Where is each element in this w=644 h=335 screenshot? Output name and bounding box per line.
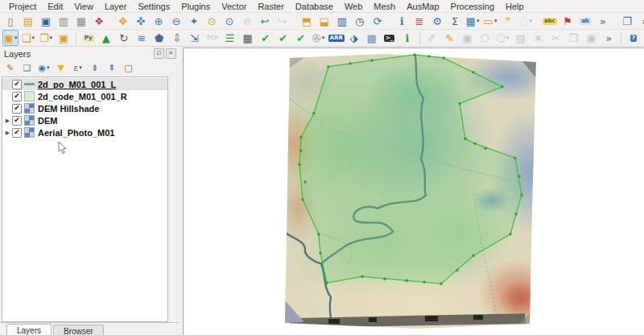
menu-database[interactable]: Database	[290, 1, 339, 12]
vertex-tool-dropdown[interactable]: ▾	[506, 35, 510, 41]
pin-labels-button[interactable]: ⚑	[559, 13, 576, 29]
zoom-last-button[interactable]: ↩	[257, 13, 273, 29]
expand-arrow-icon[interactable]: ▶	[4, 118, 11, 124]
menu-edit[interactable]: Edit	[42, 1, 68, 12]
select-by-form-button[interactable]: ▣	[56, 30, 72, 46]
refresh-map-button[interactable]: ⟳	[369, 13, 386, 29]
layer-row-aerial-photo-m01[interactable]: ▶✔Aerial_Photo_M01	[2, 126, 167, 139]
tab-layers[interactable]: Layers	[6, 324, 52, 335]
snapping-options-dropdown[interactable]: ▾	[322, 35, 325, 41]
menu-project[interactable]: Project	[3, 1, 42, 12]
map-tips-button[interactable]: ❞	[500, 13, 516, 29]
processing-toolbox-button[interactable]: ⚙	[429, 13, 445, 29]
check-single-button[interactable]: ✔	[293, 30, 309, 46]
menu-mesh[interactable]: Mesh	[368, 1, 401, 12]
open-layer-styling-button[interactable]: ✎	[2, 60, 18, 76]
panel-float-button[interactable]: ⊡	[154, 48, 164, 59]
flow-tool-button[interactable]: ⬗	[346, 30, 362, 46]
raster-image-tool-button[interactable]: ▦	[240, 30, 256, 46]
menu-processing[interactable]: Processing	[445, 1, 500, 12]
help-button[interactable]: ?	[625, 30, 642, 46]
layer-visibility-checkbox[interactable]: ✔	[12, 104, 22, 114]
menu-layer[interactable]: Layer	[99, 1, 133, 12]
move-label-button[interactable]: ab	[577, 13, 593, 29]
filter-by-expression-dropdown[interactable]: ▾	[79, 64, 82, 71]
menu-plugins[interactable]: Plugins	[175, 1, 216, 12]
zoom-full-button[interactable]: ✦	[186, 13, 202, 29]
reload-features-button[interactable]: ⇲	[187, 30, 203, 46]
manage-map-themes-button[interactable]: ◉▾	[36, 60, 52, 76]
filter-by-expression-button[interactable]: ε▾	[70, 60, 85, 76]
open-project-button[interactable]: ▤	[20, 13, 36, 29]
metadata-info-button[interactable]: ℹ	[399, 30, 415, 46]
layer-visibility-checkbox[interactable]: ✔	[12, 128, 22, 138]
menu-vector[interactable]: Vector	[216, 1, 252, 12]
add-group-button[interactable]: ❏	[19, 60, 35, 76]
layer-visibility-checkbox[interactable]: ✔	[12, 92, 22, 101]
locator-search-dropdown[interactable]: ▾	[529, 18, 532, 24]
select-features-dropdown[interactable]: ▾	[14, 35, 18, 41]
layout-manager-button[interactable]: ▦	[73, 13, 89, 29]
layer-row-dem-hillshade[interactable]: ✔DEM Hillshade	[2, 102, 167, 114]
select-by-expression-button[interactable]: ❏▾	[20, 30, 36, 46]
menu-settings[interactable]: Settings	[132, 1, 175, 12]
layer-row-dem[interactable]: ▶✔DEM	[2, 114, 167, 126]
identify-features-button[interactable]: ℹ	[394, 13, 410, 29]
check-digitizing-button[interactable]: ✔	[258, 30, 274, 46]
menu-view[interactable]: View	[68, 1, 99, 12]
layers-plugin-button[interactable]: ❐	[619, 13, 635, 29]
new-bookmark-button[interactable]: ⬒	[299, 13, 315, 29]
show-bookmarks-button[interactable]: ⬓	[316, 13, 332, 29]
snapping-options-button[interactable]: ✇▾	[311, 30, 327, 46]
toolbar-overflow-1-button[interactable]: »	[595, 13, 611, 29]
python-console-button[interactable]: Py	[80, 30, 97, 46]
filter-legend-button[interactable]: ▼	[53, 60, 68, 76]
tab-browser[interactable]: Browser	[53, 325, 104, 335]
pan-map-button[interactable]: ✥	[115, 13, 131, 29]
menu-raster[interactable]: Raster	[252, 1, 289, 12]
zoom-to-layer-button[interactable]: ⊙	[221, 13, 237, 29]
deselect-features-dropdown[interactable]: ▾	[50, 35, 53, 41]
hydrology-tool-button[interactable]: ≋	[134, 30, 150, 46]
save-project-button[interactable]: ▣	[38, 13, 54, 29]
temporal-controller-button[interactable]: ◷	[352, 13, 368, 29]
download-features-button[interactable]: ⇩	[169, 30, 185, 46]
layer-visibility-checkbox[interactable]: ✔	[12, 80, 22, 89]
toolbar-overflow-3-button[interactable]: »	[601, 30, 617, 46]
pan-to-selection-button[interactable]: ✜	[133, 13, 149, 29]
map-canvas[interactable]	[183, 48, 644, 335]
georeferencer-button[interactable]: ↻	[116, 30, 132, 46]
select-by-expression-dropdown[interactable]: ▾	[32, 35, 35, 41]
zoom-in-button[interactable]: ⊕	[151, 13, 167, 29]
toolbar-overflow-2-button[interactable]: »	[637, 13, 644, 29]
manage-map-themes-dropdown[interactable]: ▾	[47, 64, 50, 71]
menu-help[interactable]: Help	[500, 1, 530, 12]
menu-ausmap[interactable]: AusMap	[401, 1, 444, 12]
style-manager-button[interactable]: ❖	[91, 13, 107, 29]
statistical-summary-button[interactable]: Σ	[447, 13, 463, 29]
toggle-editing-button[interactable]: ✎	[441, 30, 457, 46]
new-print-layout-button[interactable]: ▥	[56, 13, 72, 29]
layer-visibility-checkbox[interactable]: ✔	[12, 116, 22, 126]
check-query-button[interactable]: ✔	[275, 30, 291, 46]
label-toolbar-button[interactable]: abc	[542, 13, 558, 29]
select-features-button[interactable]: ▣▾	[2, 30, 19, 46]
measure-dropdown[interactable]: ▾	[494, 18, 497, 24]
panel-close-button[interactable]: ✕	[166, 48, 176, 59]
attribute-actions-button[interactable]: ≣	[411, 13, 427, 29]
expand-all-button[interactable]: ⇟	[87, 60, 102, 76]
layer-order-button[interactable]: ☰	[222, 30, 238, 46]
grid-tool-button[interactable]: ▩	[364, 30, 380, 46]
arr-tool-button[interactable]: ARR	[328, 30, 345, 46]
collapse-all-button[interactable]: ⇞	[104, 60, 119, 76]
deselect-features-button[interactable]: ❐▾	[38, 30, 54, 46]
plugin-shield-button[interactable]: ⬟	[151, 30, 167, 46]
shell-console-button[interactable]: >_	[382, 30, 398, 46]
bookmark-manager-button[interactable]: ▥	[334, 13, 350, 29]
attribute-table-button[interactable]: ▦▾	[464, 13, 481, 29]
remove-layer-button[interactable]: ▢	[121, 60, 136, 76]
menu-web[interactable]: Web	[339, 1, 368, 12]
layer-row-2d-po-m01-001-l[interactable]: ✔2d_po_M01_001_L	[2, 78, 167, 90]
attribute-table-dropdown[interactable]: ▾	[477, 18, 480, 24]
layer-row-2d-code-m01-001-r[interactable]: ✔2d_code_M01_001_R	[2, 90, 167, 102]
